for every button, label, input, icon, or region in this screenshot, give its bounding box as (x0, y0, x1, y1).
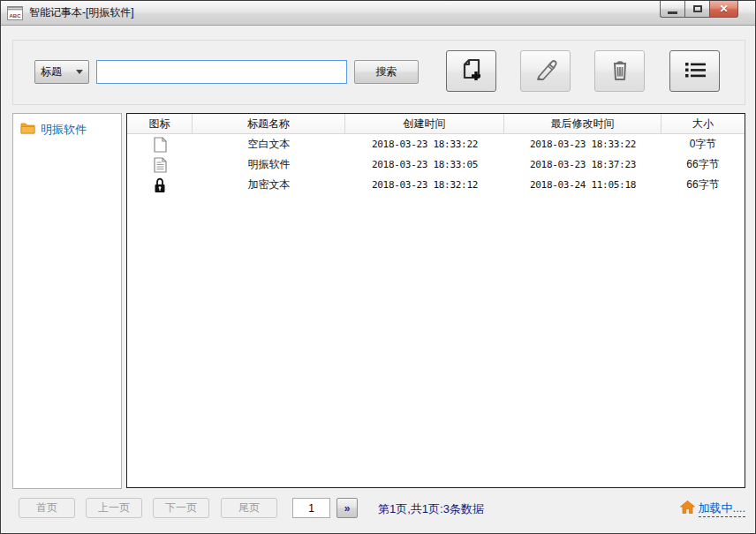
loading-link[interactable]: 加载中.... (699, 500, 745, 517)
row-modified: 2018-03-23 18:37:23 (504, 159, 662, 170)
sidebar: 明振软件 (12, 113, 122, 489)
row-title: 加密文本 (193, 177, 345, 192)
table-header: 图标 标题名称 创建时间 最后修改时间 大小 (127, 114, 745, 134)
row-created: 2018-03-23 18:32:12 (345, 179, 504, 191)
col-header-created[interactable]: 创建时间 (345, 114, 504, 133)
close-button[interactable]: ✕ (709, 1, 738, 18)
row-created: 2018-03-23 18:33:22 (345, 139, 504, 150)
title-bar: ABC 智能记事本-[明振软件] ✕ (1, 1, 755, 26)
page-number-input[interactable] (292, 498, 330, 518)
edit-note-button[interactable] (520, 50, 571, 92)
sidebar-item-folder[interactable]: 明振软件 (13, 114, 121, 146)
search-field-dropdown-value: 标题 (41, 64, 62, 79)
page-status: 第1页,共1页:3条数据 (378, 501, 484, 517)
search-input[interactable] (96, 60, 347, 84)
table-row[interactable]: 明振软件2018-03-23 18:33:052018-03-23 18:37:… (127, 154, 745, 175)
folder-icon (20, 122, 35, 138)
row-size: 0字节 (662, 137, 745, 152)
col-header-size[interactable]: 大小 (662, 114, 745, 133)
maximize-icon (693, 5, 702, 12)
notes-table: 图标 标题名称 创建时间 最后修改时间 大小 空白文本2018-03-23 18… (126, 113, 745, 488)
row-size: 66字节 (662, 157, 745, 172)
next-page-button[interactable]: 下一页 (153, 498, 209, 518)
row-modified: 2018-03-23 18:33:22 (504, 139, 662, 150)
table-row[interactable]: 空白文本2018-03-23 18:33:222018-03-23 18:33:… (127, 134, 745, 154)
delete-note-button[interactable] (594, 50, 645, 92)
lock-document-icon (127, 177, 193, 193)
row-modified: 2018-03-24 11:05:18 (504, 179, 662, 191)
app-window: ABC 智能记事本-[明振软件] ✕ 标题 搜索 (0, 0, 756, 534)
col-header-icon[interactable]: 图标 (127, 114, 193, 133)
last-page-button[interactable]: 尾页 (221, 498, 277, 518)
minimize-icon (668, 11, 677, 14)
text-document-icon (127, 157, 193, 173)
blank-document-icon (127, 137, 193, 153)
row-title: 空白文本 (193, 137, 345, 152)
row-size: 66字节 (662, 177, 745, 192)
col-header-modified[interactable]: 最后修改时间 (504, 114, 662, 133)
maximize-button[interactable] (684, 1, 709, 18)
app-icon: ABC (7, 6, 23, 20)
col-header-title[interactable]: 标题名称 (193, 114, 345, 133)
prev-page-button[interactable]: 上一页 (86, 498, 142, 518)
sidebar-item-label: 明振软件 (41, 122, 87, 138)
new-document-icon (457, 56, 486, 87)
window-title: 智能记事本-[明振软件] (29, 1, 134, 25)
table-body: 空白文本2018-03-23 18:33:222018-03-23 18:33:… (127, 134, 745, 195)
window-controls: ✕ (660, 1, 738, 18)
search-button[interactable]: 搜索 (354, 60, 419, 84)
home-icon (680, 500, 695, 517)
close-icon: ✕ (719, 3, 728, 15)
row-title: 明振软件 (193, 157, 345, 172)
table-row[interactable]: 加密文本2018-03-23 18:32:122018-03-24 11:05:… (127, 175, 745, 195)
search-field-dropdown[interactable]: 标题 (34, 60, 89, 84)
load-area: 加载中.... (680, 500, 745, 517)
pencil-icon (532, 56, 560, 87)
row-created: 2018-03-23 18:33:05 (345, 159, 504, 170)
minimize-button[interactable] (660, 1, 684, 18)
list-icon (681, 56, 709, 87)
first-page-button[interactable]: 首页 (19, 498, 75, 518)
trash-icon (606, 56, 634, 87)
go-to-page-button[interactable]: » (336, 498, 358, 518)
new-note-button[interactable] (446, 50, 496, 92)
list-view-button[interactable] (669, 50, 720, 92)
chevron-down-icon (76, 70, 83, 74)
